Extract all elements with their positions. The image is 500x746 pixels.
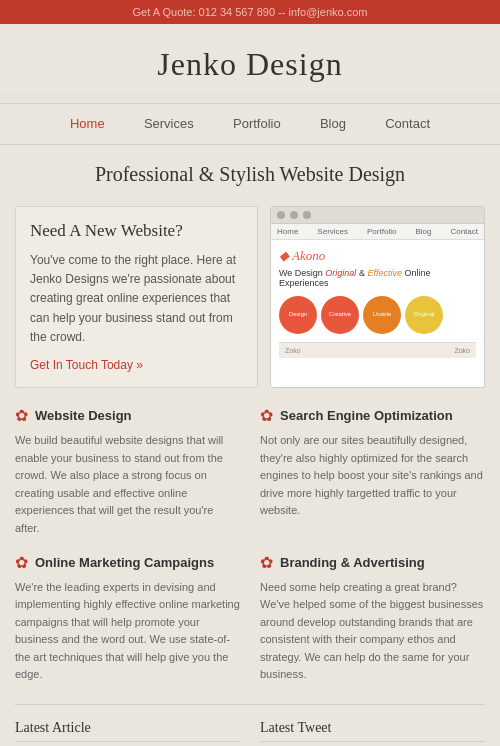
intro-text-box: Need A New Website? You've come to the r… [15, 206, 258, 388]
top-bar-text: Get A Quote: 012 34 567 890 -- info@jenk… [133, 6, 368, 18]
browser-dot-1 [277, 211, 285, 219]
nav-blog[interactable]: Blog [320, 116, 346, 131]
service-website-design-body: We build beautiful website designs that … [15, 432, 240, 538]
service-website-design-title: ✿ Website Design [15, 406, 240, 425]
intro-body: You've come to the right place. Here at … [30, 251, 243, 347]
service-icon-4: ✿ [260, 553, 273, 572]
intro-section: Need A New Website? You've come to the r… [15, 206, 485, 388]
service-marketing-body: We're the leading experts in devising an… [15, 579, 240, 685]
latest-article-heading: Latest Article [15, 720, 240, 742]
mock-tagline-before: We Design [279, 268, 325, 278]
mock-nav-services: Services [317, 227, 348, 236]
nav: Home Services Portfolio Blog Contact [0, 103, 500, 145]
service-seo: ✿ Search Engine Optimization Not only ar… [260, 406, 485, 538]
header: Jenko Design [0, 24, 500, 93]
browser-mock-nav: Home Services Portfolio Blog Contact [271, 224, 484, 240]
service-seo-heading: Search Engine Optimization [280, 408, 453, 423]
browser-dot-3 [303, 211, 311, 219]
browser-bar [271, 207, 484, 224]
mock-circle-usable: Usable [363, 296, 401, 334]
service-seo-title: ✿ Search Engine Optimization [260, 406, 485, 425]
latest-tweet-heading: Latest Tweet [260, 720, 485, 742]
mock-tagline-original: Original [325, 268, 356, 278]
latest-tweet-col: Latest Tweet Great new article on the BB… [260, 720, 485, 746]
mock-circles: Design Creative Usable Original [279, 296, 476, 334]
service-icon-3: ✿ [15, 553, 28, 572]
mock-tagline-effective: Effective [367, 268, 402, 278]
service-marketing: ✿ Online Marketing Campaigns We're the l… [15, 553, 240, 685]
hero-tagline: Professional & Stylish Website Design [10, 163, 490, 186]
service-marketing-heading: Online Marketing Campaigns [35, 555, 214, 570]
mock-tagline: We Design Original & Effective Online Ex… [279, 268, 476, 288]
mock-nav-home: Home [277, 227, 298, 236]
mock-nav-contact: Contact [450, 227, 478, 236]
nav-services[interactable]: Services [144, 116, 194, 131]
intro-heading: Need A New Website? [30, 221, 243, 241]
browser-dot-2 [290, 211, 298, 219]
mock-circle-creative: Creative [321, 296, 359, 334]
service-branding: ✿ Branding & Advertising Need some help … [260, 553, 485, 685]
mock-footer-right: Zoko [454, 347, 470, 354]
site-title: Jenko Design [10, 46, 490, 83]
service-marketing-title: ✿ Online Marketing Campaigns [15, 553, 240, 572]
browser-mock-hero: ◆ Akono We Design Original & Effective O… [271, 240, 484, 366]
service-branding-title: ✿ Branding & Advertising [260, 553, 485, 572]
nav-portfolio[interactable]: Portfolio [233, 116, 281, 131]
mock-nav-portfolio: Portfolio [367, 227, 396, 236]
bottom-columns: Latest Article Marketing Your Product Su… [15, 720, 485, 746]
intro-cta[interactable]: Get In Touch Today » [30, 358, 143, 372]
mock-logo: ◆ Akono [279, 248, 476, 264]
service-icon-2: ✿ [260, 406, 273, 425]
browser-mockup: Home Services Portfolio Blog Contact ◆ A… [270, 206, 485, 388]
main-content: Need A New Website? You've come to the r… [0, 196, 500, 746]
divider [15, 704, 485, 705]
service-branding-body: Need some help creating a great brand? W… [260, 579, 485, 685]
services-grid: ✿ Website Design We build beautiful webs… [15, 406, 485, 684]
latest-article-col: Latest Article Marketing Your Product Su… [15, 720, 240, 746]
service-branding-heading: Branding & Advertising [280, 555, 425, 570]
service-website-design: ✿ Website Design We build beautiful webs… [15, 406, 240, 538]
service-website-design-heading: Website Design [35, 408, 132, 423]
mock-nav-blog: Blog [415, 227, 431, 236]
nav-contact[interactable]: Contact [385, 116, 430, 131]
top-bar: Get A Quote: 012 34 567 890 -- info@jenk… [0, 0, 500, 24]
nav-home[interactable]: Home [70, 116, 105, 131]
mock-circle-original: Original [405, 296, 443, 334]
hero-section: Professional & Stylish Website Design [0, 145, 500, 196]
mock-circle-design: Design [279, 296, 317, 334]
mock-footer-bar: Zoko Zoko [279, 342, 476, 358]
mock-footer-left: Zoko [285, 347, 301, 354]
service-seo-body: Not only are our sites beautifully desig… [260, 432, 485, 520]
service-icon-1: ✿ [15, 406, 28, 425]
